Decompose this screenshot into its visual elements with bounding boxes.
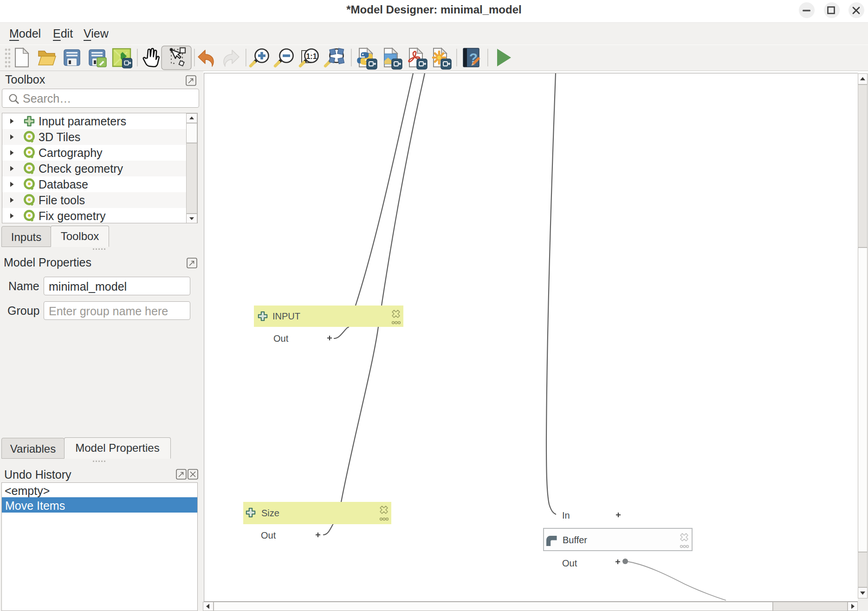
svg-text:Fix geometry: Fix geometry	[39, 209, 106, 222]
svg-text:Out: Out	[261, 530, 276, 540]
svg-text:File tools: File tools	[39, 194, 85, 207]
svg-text:Input parameters: Input parameters	[39, 115, 126, 128]
svg-text:Out: Out	[562, 558, 577, 568]
svg-text:INPUT: INPUT	[272, 311, 300, 321]
svg-text:1:1: 1:1	[306, 52, 317, 60]
svg-text:Size: Size	[261, 508, 279, 518]
svg-text:In: In	[562, 510, 570, 520]
svg-text:Buffer: Buffer	[563, 535, 587, 545]
svg-text:Cartography: Cartography	[39, 146, 103, 159]
svg-text:Out: Out	[273, 333, 289, 344]
svg-text:Check geometry: Check geometry	[39, 162, 123, 175]
svg-text:Database: Database	[39, 178, 88, 191]
svg-text:3D Tiles: 3D Tiles	[39, 130, 80, 143]
